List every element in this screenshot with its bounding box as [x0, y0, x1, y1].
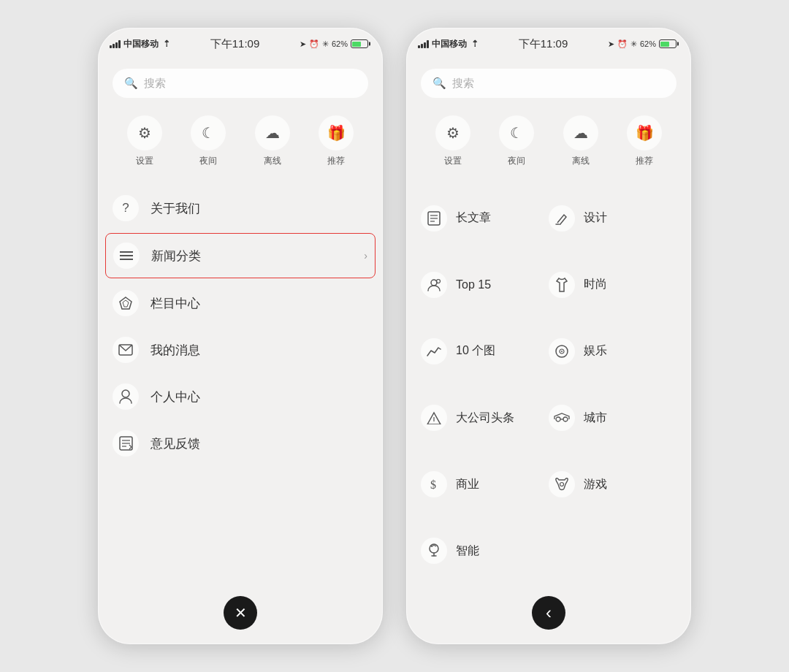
quick-icon-offline-right[interactable]: ☁ 离线 [563, 115, 598, 167]
entertainment-label: 娱乐 [584, 343, 607, 359]
category-smart[interactable]: 智能 [421, 518, 549, 584]
quick-icon-recommend-right[interactable]: 🎁 推荐 [627, 115, 662, 167]
location-icon-right: ➤ [608, 39, 614, 49]
fashion-label: 时尚 [584, 277, 607, 292]
games-icon [549, 471, 575, 497]
category-grid: 长文章 设计 Top 15 时尚 [421, 185, 676, 584]
search-icon-left: 🔍 [124, 77, 138, 90]
close-button[interactable]: ✕ [224, 596, 257, 630]
games-label: 游戏 [584, 477, 607, 492]
smart-label: 智能 [456, 543, 479, 559]
settings-label-right: 设置 [444, 155, 462, 167]
long-article-label: 长文章 [456, 210, 491, 226]
top15-label: Top 15 [456, 278, 491, 291]
offline-label-left: 离线 [264, 155, 281, 167]
category-games[interactable]: 游戏 [549, 451, 676, 518]
quick-icons-right: ⚙ 设置 ☾ 夜间 ☁ 离线 🎁 推荐 [421, 115, 676, 167]
settings-icon-right: ⚙ [435, 115, 470, 150]
night-label-right: 夜间 [508, 155, 525, 167]
battery-icon-right [659, 39, 676, 48]
business-label: 商业 [456, 477, 479, 492]
night-icon-left: ☾ [191, 115, 226, 150]
quick-icon-offline-left[interactable]: ☁ 离线 [255, 115, 290, 167]
wifi-icon-right: ⇡ [471, 39, 479, 49]
carrier-right: 中国移动 [432, 38, 467, 50]
quick-icon-settings-left[interactable]: ⚙ 设置 [127, 115, 162, 167]
right-phone: 中国移动 ⇡ 下午11:09 ➤ ⏰ ✳ 62% 🔍 搜索 ⚙ 设置 [406, 28, 691, 644]
feedback-label: 意见反馈 [150, 435, 368, 452]
left-menu-content: 🔍 搜索 ⚙ 设置 ☾ 夜间 ☁ 离线 🎁 推荐 [98, 60, 383, 644]
battery-icon-left [351, 39, 368, 48]
status-left-right: 中国移动 ⇡ [418, 38, 479, 50]
business-icon: $ [421, 471, 447, 497]
channel-label: 栏目中心 [150, 295, 368, 312]
category-long-article[interactable]: 长文章 [421, 185, 549, 251]
offline-icon-right: ☁ [563, 115, 598, 150]
category-fashion[interactable]: 时尚 [549, 251, 676, 318]
profile-icon [113, 383, 139, 410]
menu-messages[interactable]: 我的消息 [113, 327, 368, 373]
menu-channel[interactable]: 栏目中心 [113, 280, 368, 327]
category-design[interactable]: 设计 [549, 185, 676, 251]
charts-label: 10 个图 [456, 343, 495, 359]
battery-percent-right: 62% [640, 39, 656, 48]
search-bar-right[interactable]: 🔍 搜索 [421, 69, 676, 98]
city-icon [549, 405, 575, 431]
quick-icon-recommend-left[interactable]: 🎁 推荐 [319, 115, 354, 167]
quick-icon-night-right[interactable]: ☾ 夜间 [499, 115, 534, 167]
about-label: 关于我们 [150, 200, 368, 217]
category-top15[interactable]: Top 15 [421, 251, 549, 318]
category-business[interactable]: $ 商业 [421, 451, 549, 518]
menu-profile[interactable]: 个人中心 [113, 373, 368, 420]
back-icon: ‹ [546, 603, 552, 623]
news-category-label: 新闻分类 [151, 248, 352, 264]
messages-icon [113, 337, 139, 363]
back-button[interactable]: ‹ [532, 596, 565, 630]
menu-about[interactable]: ? 关于我们 [113, 185, 368, 232]
signal-icon [110, 40, 121, 48]
svg-point-23 [556, 417, 560, 421]
search-placeholder-left: 搜索 [144, 77, 166, 91]
news-category-icon [113, 243, 140, 269]
wifi-icon: ⇡ [163, 39, 170, 49]
charts-icon [421, 338, 447, 364]
fashion-icon [549, 272, 575, 298]
smart-icon [421, 538, 447, 564]
status-bar-right: 中国移动 ⇡ 下午11:09 ➤ ⏰ ✳ 62% [406, 28, 691, 60]
left-phone: 中国移动 ⇡ 下午11:09 ➤ ⏰ ✳ 62% 🔍 搜索 ⚙ 设置 [98, 28, 383, 644]
menu-feedback[interactable]: 意见反馈 [113, 420, 368, 467]
search-bar-left[interactable]: 🔍 搜索 [113, 69, 368, 98]
category-city[interactable]: 城市 [549, 384, 676, 451]
news-category-arrow: › [364, 250, 367, 261]
messages-label: 我的消息 [150, 342, 368, 359]
status-right-left: ➤ ⏰ ✳ 62% [300, 39, 368, 49]
alarm-icon: ⏰ [309, 39, 319, 49]
settings-label-left: 设置 [136, 155, 153, 167]
svg-point-20 [561, 351, 563, 352]
design-icon [549, 205, 575, 232]
menu-news-category[interactable]: 新闻分类 › [105, 233, 376, 278]
design-label: 设计 [584, 210, 607, 226]
svg-text:$: $ [430, 478, 436, 491]
feedback-icon [113, 430, 139, 457]
offline-icon-left: ☁ [255, 115, 290, 150]
quick-icons-left: ⚙ 设置 ☾ 夜间 ☁ 离线 🎁 推荐 [113, 115, 368, 167]
category-entertainment[interactable]: 娱乐 [549, 318, 676, 384]
quick-icon-night-left[interactable]: ☾ 夜间 [191, 115, 226, 167]
long-article-icon [421, 205, 447, 232]
time-right: 下午11:09 [519, 37, 568, 51]
svg-point-24 [563, 417, 568, 421]
big-company-icon [421, 405, 447, 431]
close-icon: ✕ [235, 604, 247, 622]
quick-icon-settings-right[interactable]: ⚙ 设置 [435, 115, 470, 167]
category-10charts[interactable]: 10 个图 [421, 318, 549, 384]
top15-icon [421, 272, 447, 298]
entertainment-icon [549, 338, 575, 364]
offline-label-right: 离线 [572, 155, 590, 167]
category-empty [549, 518, 676, 584]
carrier-left: 中国移动 [123, 38, 159, 50]
time-left: 下午11:09 [210, 37, 260, 51]
menu-items-left: ? 关于我们 新闻分类 › [113, 185, 368, 584]
status-bar-left: 中国移动 ⇡ 下午11:09 ➤ ⏰ ✳ 62% [98, 28, 383, 60]
category-big-company[interactable]: 大公司头条 [421, 384, 549, 451]
